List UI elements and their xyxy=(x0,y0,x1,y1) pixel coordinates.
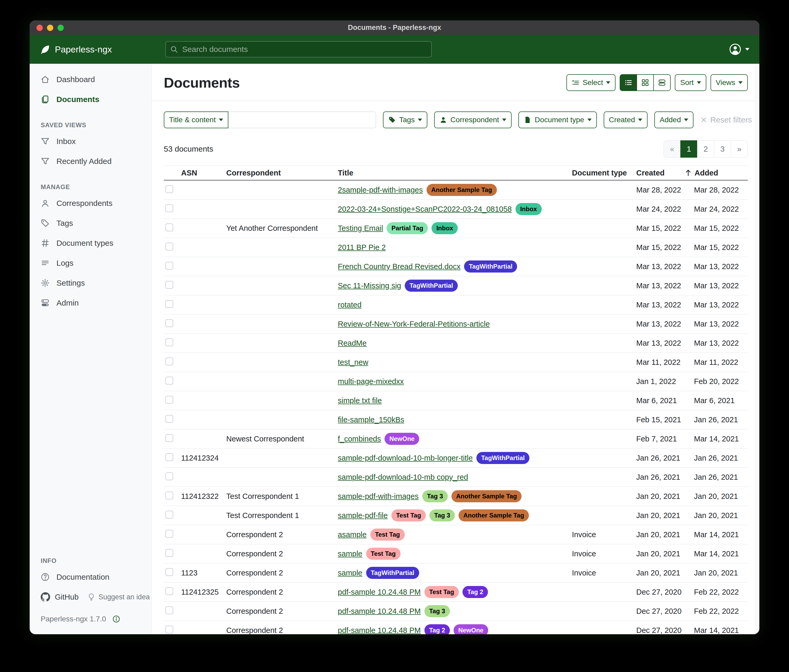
column-header-asn[interactable]: ASN xyxy=(181,169,226,177)
row-checkbox[interactable] xyxy=(165,434,173,442)
pagination-next-button[interactable]: » xyxy=(731,140,748,158)
sidebar-item-tags[interactable]: Tags xyxy=(30,213,152,233)
document-link[interactable]: 2sample-pdf-with-images xyxy=(338,186,423,194)
tag-pill[interactable]: TagWithPartial xyxy=(405,280,458,292)
row-checkbox[interactable] xyxy=(165,223,173,231)
row-checkbox[interactable] xyxy=(165,511,173,519)
tag-pill[interactable]: NewOne xyxy=(454,624,488,634)
row-checkbox[interactable] xyxy=(165,415,173,423)
sidebar-item-inbox[interactable]: Inbox xyxy=(30,131,152,151)
sidebar-item-logs[interactable]: Logs xyxy=(30,253,152,273)
document-link[interactable]: test_new xyxy=(338,358,368,367)
tag-pill[interactable]: Tag 2 xyxy=(425,624,450,634)
row-checkbox[interactable] xyxy=(165,204,173,212)
row-checkbox[interactable] xyxy=(165,549,173,557)
tag-pill[interactable]: Tag 2 xyxy=(463,586,488,598)
row-checkbox[interactable] xyxy=(165,262,173,270)
tag-pill[interactable]: Test Tag xyxy=(366,548,401,560)
user-menu-button[interactable] xyxy=(729,43,749,56)
sidebar-item-correspondents[interactable]: Correspondents xyxy=(30,193,152,213)
tag-pill[interactable]: Test Tag xyxy=(391,510,426,521)
document-link[interactable]: asample xyxy=(338,530,367,539)
document-link[interactable]: pdf-sample 10.24.48 PM xyxy=(338,588,421,596)
tag-pill[interactable]: TagWithPartial xyxy=(464,260,517,272)
pagination-page-3[interactable]: 3 xyxy=(714,140,731,158)
search-bar[interactable] xyxy=(165,41,432,57)
document-link[interactable]: pdf-sample 10.24.48 PM xyxy=(338,607,421,616)
document-link[interactable]: file-sample_150kBs xyxy=(338,416,404,424)
document-link[interactable]: Testing Email xyxy=(338,224,383,232)
pagination-page-2[interactable]: 2 xyxy=(697,140,714,158)
select-button[interactable]: Select xyxy=(566,74,616,91)
tag-pill[interactable]: Another Sample Tag xyxy=(426,184,497,196)
document-link[interactable]: multi-page-mixedxx xyxy=(338,377,404,386)
document-link[interactable]: sample-pdf-download-10-mb copy_red xyxy=(338,473,468,482)
row-checkbox[interactable] xyxy=(165,568,173,576)
filter-added-button[interactable]: Added xyxy=(654,111,693,128)
tag-pill[interactable]: Tag 3 xyxy=(430,510,455,521)
tag-pill[interactable]: Inbox xyxy=(516,203,542,215)
list-view-button[interactable] xyxy=(620,74,637,91)
sidebar-item-documents[interactable]: Documents xyxy=(30,89,152,109)
filter-tags-button[interactable]: Tags xyxy=(383,111,427,128)
pagination-page-1[interactable]: 1 xyxy=(680,140,697,158)
row-checkbox[interactable] xyxy=(165,530,173,538)
search-input[interactable] xyxy=(182,45,427,54)
tag-pill[interactable]: Another Sample Tag xyxy=(452,490,522,502)
tag-pill[interactable]: NewOne xyxy=(385,433,419,445)
row-checkbox[interactable] xyxy=(165,243,173,250)
document-link[interactable]: pdf-sample 10.24.48 PM xyxy=(338,626,421,634)
close-window-button[interactable] xyxy=(37,25,43,31)
document-link[interactable]: rotated xyxy=(338,301,361,309)
filter-correspondent-button[interactable]: Correspondent xyxy=(434,111,511,128)
row-checkbox[interactable] xyxy=(165,377,173,385)
row-checkbox[interactable] xyxy=(165,472,173,480)
row-checkbox[interactable] xyxy=(165,587,173,595)
row-checkbox[interactable] xyxy=(165,300,173,308)
filter-text-input[interactable] xyxy=(228,111,376,128)
document-link[interactable]: Review-of-New-York-Federal-Petitions-art… xyxy=(338,320,490,328)
fullscreen-window-button[interactable] xyxy=(57,25,64,31)
document-link[interactable]: sample xyxy=(338,549,363,558)
row-checkbox[interactable] xyxy=(165,607,173,614)
tag-pill[interactable]: Tag 3 xyxy=(425,605,450,617)
document-link[interactable]: French Country Bread Revised.docx xyxy=(338,262,460,271)
row-checkbox[interactable] xyxy=(165,281,173,289)
document-link[interactable]: ReadMe xyxy=(338,339,367,347)
document-link[interactable]: simple txt file xyxy=(338,397,382,405)
row-checkbox[interactable] xyxy=(165,338,173,346)
tag-pill[interactable]: Another Sample Tag xyxy=(458,510,529,521)
row-checkbox[interactable] xyxy=(165,626,173,634)
row-checkbox[interactable] xyxy=(165,453,173,461)
document-link[interactable]: Sec 11-Missing sig xyxy=(338,282,401,290)
brand-logo[interactable]: Paperless-ngx xyxy=(40,44,112,55)
tag-pill[interactable]: TagWithPartial xyxy=(366,567,419,579)
filter-document-type-button[interactable]: Document type xyxy=(518,111,597,128)
reset-filters-button[interactable]: Reset filters xyxy=(700,115,752,124)
sidebar-item-settings[interactable]: Settings xyxy=(30,273,152,293)
tag-pill[interactable]: Inbox xyxy=(431,222,458,234)
minimize-window-button[interactable] xyxy=(47,25,53,31)
column-header-added[interactable]: Added xyxy=(685,169,748,177)
sidebar-item-recently-added[interactable]: Recently Added xyxy=(30,151,152,171)
row-checkbox[interactable] xyxy=(165,492,173,499)
tag-pill[interactable]: Tag 3 xyxy=(422,490,448,502)
tag-pill[interactable]: TagWithPartial xyxy=(476,452,529,464)
filter-field-button[interactable]: Title & content xyxy=(164,111,228,128)
tag-pill[interactable]: Test Tag xyxy=(371,529,405,541)
row-checkbox[interactable] xyxy=(165,358,173,365)
info-circle-icon[interactable] xyxy=(112,615,120,623)
sidebar-item-github[interactable]: GitHub xyxy=(41,592,78,602)
row-checkbox[interactable] xyxy=(165,396,173,404)
document-link[interactable]: sample xyxy=(338,568,363,577)
document-link[interactable]: sample-pdf-download-10-mb-longer-title xyxy=(338,454,473,462)
document-link[interactable]: 2022-03-24+Sonstige+ScanPC2022-03-24_081… xyxy=(338,205,512,213)
document-link[interactable]: sample-pdf-with-images xyxy=(338,492,418,501)
sidebar-item-document-types[interactable]: Document types xyxy=(30,233,152,253)
document-link[interactable]: f_combineds xyxy=(338,435,381,443)
sort-button[interactable]: Sort xyxy=(675,74,706,91)
document-link[interactable]: sample-pdf-file xyxy=(338,511,388,520)
filter-created-button[interactable]: Created xyxy=(604,111,648,128)
sidebar-item-dashboard[interactable]: Dashboard xyxy=(30,70,152,89)
column-header-document-type[interactable]: Document type xyxy=(572,169,636,177)
